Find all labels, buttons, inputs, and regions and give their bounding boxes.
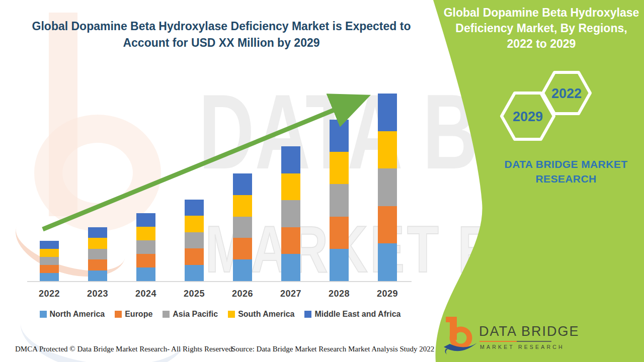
databridge-b-icon (443, 316, 479, 355)
logo-name: DATA BRIDGE (479, 324, 580, 339)
panel-brand-text: DATA BRIDGE MARKET RESEARCH (500, 157, 632, 186)
infographic-canvas: DATA BRIDGE MARKET RESEARCH Global Dopam… (0, 0, 644, 362)
logo-subtitle: MARKET RESEARCH (480, 344, 565, 350)
databridge-logo: DATA BRIDGE MARKET RESEARCH (443, 316, 558, 356)
logo-underline (479, 341, 551, 342)
hexagon-2022-label: 2022 (551, 86, 582, 101)
hexagon-2029-label: 2029 (513, 109, 543, 124)
